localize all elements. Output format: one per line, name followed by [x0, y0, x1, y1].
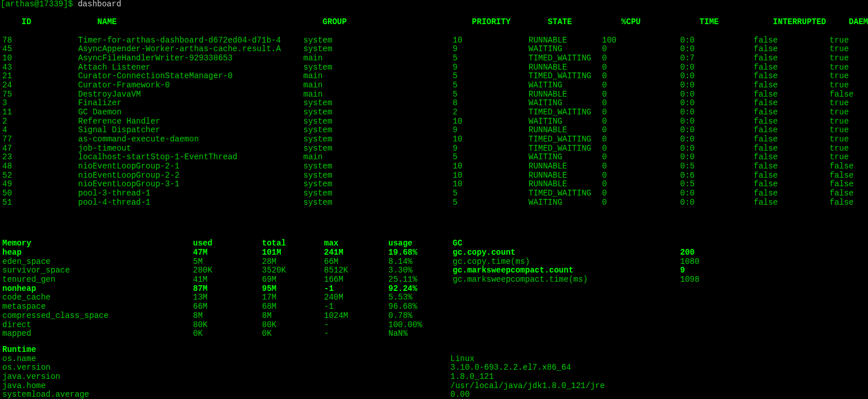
thread-interrupted: false — [754, 36, 830, 45]
thread-id: 52 — [2, 171, 78, 181]
thread-time: 0:6 — [680, 171, 754, 181]
thread-priority: 5 — [453, 54, 528, 63]
thread-row: 45AsyncAppender-Worker-arthas-cache.resu… — [2, 45, 868, 54]
thread-interrupted: false — [754, 99, 830, 108]
thread-name: Curator-Framework-0 — [78, 81, 303, 90]
memory-max: 166M — [324, 275, 388, 285]
memory-used: 0K — [193, 329, 262, 339]
memory-max: -1 — [324, 302, 388, 312]
memory-used: 47M — [193, 248, 262, 258]
memory-label: direct — [2, 321, 193, 330]
runtime-label: os.version — [2, 363, 450, 373]
thread-state: WAITING — [528, 45, 602, 54]
gc-value: 9 — [680, 266, 795, 275]
thread-state: TIMED_WAITING — [528, 144, 602, 154]
memory-total: 3520K — [262, 266, 324, 275]
thread-time: 0:0 — [680, 198, 754, 208]
thread-group: system — [303, 162, 453, 171]
thread-row: 23localhost-startStop-1-EventThreadmain5… — [2, 153, 868, 162]
gc-header: GC — [453, 239, 680, 248]
memory-max: 241M — [324, 248, 388, 258]
runtime-value: 3.10.0-693.2.2.el7.x86_64 — [450, 363, 795, 373]
thread-group: main — [303, 90, 453, 99]
memory-label: tenured_gen — [2, 275, 193, 285]
gc-value: 1080 — [680, 258, 795, 267]
thread-id: 21 — [2, 72, 78, 81]
thread-time: 0:0 — [680, 72, 754, 81]
thread-row: 75DestroyJavaVMmain5RUNNABLE00:0falsefal… — [2, 90, 868, 99]
thread-interrupted: false — [754, 198, 830, 208]
thread-cpu: 100 — [602, 36, 680, 45]
thread-row: 51pool-4-thread-1system5WAITING00:0false… — [2, 198, 868, 208]
thread-time: 0:0 — [680, 144, 754, 154]
thread-state: RUNNABLE — [528, 63, 602, 72]
thread-interrupted: false — [754, 90, 830, 99]
memory-usage: 0.78% — [388, 312, 453, 321]
thread-id: 47 — [2, 144, 78, 154]
gc-label: gc.marksweepcompact.count — [453, 266, 680, 275]
thread-interrupted: false — [754, 45, 830, 54]
thread-name: job-timeout — [78, 144, 303, 154]
thread-daemon: true — [830, 144, 868, 154]
gc-label: gc.marksweepcompact.time(ms) — [453, 275, 680, 285]
memory-label: heap — [2, 248, 193, 258]
thread-state: TIMED_WAITING — [528, 189, 602, 198]
thread-id: 4 — [2, 126, 78, 135]
thread-daemon: false — [830, 189, 868, 198]
thread-row: 50pool-3-thread-1system5TIMED_WAITING00:… — [2, 189, 868, 198]
thread-name: pool-3-thread-1 — [78, 189, 303, 198]
runtime-value: Linux — [450, 355, 795, 364]
memory-used: 280K — [193, 266, 262, 275]
thread-id: 10 — [2, 54, 78, 63]
thread-group: system — [303, 36, 453, 45]
thread-cpu: 0 — [602, 162, 680, 171]
thread-time: 0:0 — [680, 117, 754, 126]
memory-label: eden_space — [2, 258, 193, 267]
thread-daemon: true — [830, 126, 868, 135]
thread-name: localhost-startStop-1-EventThread — [78, 153, 303, 162]
thread-time: 0:0 — [680, 99, 754, 108]
memory-usage: 3.30% — [388, 266, 453, 275]
thread-priority: 10 — [453, 36, 528, 45]
thread-state: TIMED_WAITING — [528, 54, 602, 63]
thread-row: 43Attach Listenersystem9RUNNABLE00:0fals… — [2, 63, 868, 72]
thread-daemon: true — [830, 36, 868, 45]
thread-time: 0:7 — [680, 54, 754, 63]
threads-body: 78Timer-for-arthas-dashboard-d672ed04-d7… — [2, 36, 868, 208]
thread-id: 50 — [2, 189, 78, 198]
thread-daemon: false — [830, 162, 868, 171]
thread-cpu: 0 — [602, 171, 680, 181]
thread-group: system — [303, 198, 453, 208]
thread-priority: 5 — [453, 153, 528, 162]
thread-interrupted: false — [754, 81, 830, 90]
header-interrupted: INTERRUPTED — [773, 18, 849, 27]
thread-interrupted: false — [754, 171, 830, 181]
thread-cpu: 0 — [602, 153, 680, 162]
thread-row: 21Curator-ConnectionStateManager-0main5T… — [2, 72, 868, 81]
thread-group: main — [303, 54, 453, 63]
thread-name: Signal Dispatcher — [78, 126, 303, 135]
thread-time: 0:0 — [680, 81, 754, 90]
thread-group: system — [303, 180, 453, 189]
memory-total: 80K — [262, 321, 324, 330]
thread-id: 48 — [2, 162, 78, 171]
memory-label: survivor_space — [2, 266, 193, 275]
memory-max: - — [324, 321, 388, 330]
thread-name: Timer-for-arthas-dashboard-d672ed04-d71b… — [78, 36, 303, 45]
memory-total: 68M — [262, 302, 324, 312]
prompt-line[interactable]: [arthas@17339]$ dashboard — [1, 0, 868, 9]
thread-id: 24 — [2, 81, 78, 90]
thread-state: RUNNABLE — [528, 171, 602, 181]
thread-name: DestroyJavaVM — [78, 90, 303, 99]
runtime-section: Runtime os.nameLinuxos.version3.10.0-693… — [2, 346, 868, 399]
header-state: STATE — [548, 18, 622, 27]
memory-label: code_cache — [2, 293, 193, 302]
memory-used: 87M — [193, 285, 262, 294]
memory-gc-section: MemoryusedtotalmaxusageGCheap47M101M241M… — [2, 239, 868, 338]
memory-used: 5M — [193, 258, 262, 267]
thread-daemon: true — [830, 54, 868, 63]
thread-row: 2Reference Handlersystem10WAITING00:0fal… — [2, 117, 868, 126]
thread-state: TIMED_WAITING — [528, 72, 602, 81]
thread-daemon: false — [830, 171, 868, 181]
memory-row: nonheap87M95M-192.24% — [2, 285, 868, 294]
